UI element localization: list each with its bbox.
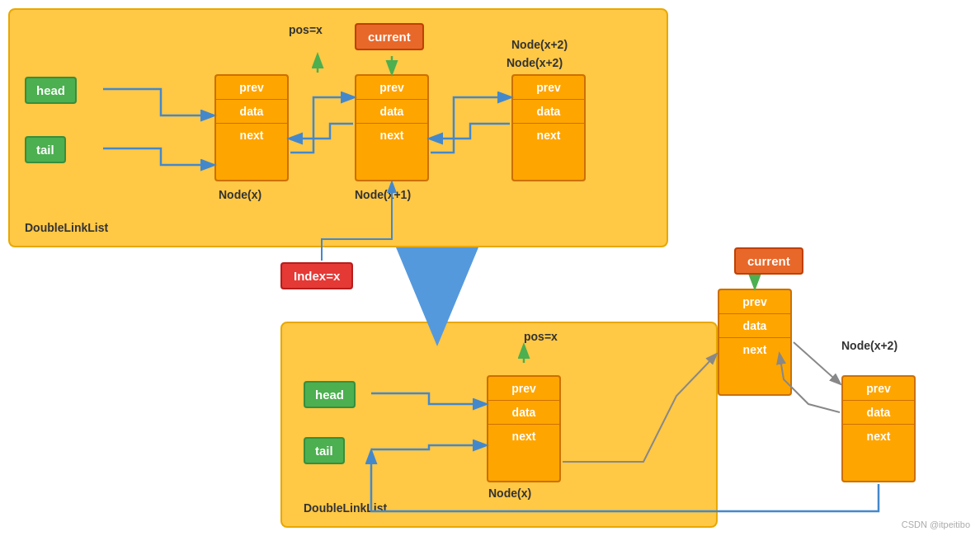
watermark: CSDN @itpeitibo — [902, 520, 970, 529]
top-tail-label: tail — [25, 136, 66, 163]
bot-node-x-data: data — [488, 401, 559, 425]
top-node-x1-prev: prev — [356, 76, 427, 100]
top-current-box: current — [355, 23, 424, 50]
bot-node-x-label: Node(x) — [488, 487, 531, 500]
bot-node-x2-label: Node(x+2) — [841, 339, 898, 352]
top-node-x-data: data — [216, 100, 287, 124]
top-node-x2: prev data next — [511, 74, 586, 181]
bot-current-node-prev: prev — [719, 290, 790, 314]
bot-node-x: prev data next — [487, 375, 561, 482]
top-pos-label: pos=x — [289, 23, 323, 36]
top-node-x1: prev data next — [355, 74, 429, 181]
bot-current-box: current — [734, 247, 803, 275]
bot-current-node-next: next — [719, 338, 790, 361]
bot-node-x2: prev data next — [841, 375, 916, 482]
bot-current-node: prev data next — [718, 289, 792, 396]
bot-pos-label: pos=x — [524, 330, 558, 343]
top-head-label: head — [25, 77, 77, 104]
diagram-container: DoubleLinkList head tail current pos=x p… — [0, 0, 980, 536]
index-box: Index=x — [280, 262, 353, 289]
bot-node-x-next: next — [488, 425, 559, 448]
bot-current-node-data: data — [719, 314, 790, 338]
bot-node-x2-prev: prev — [843, 377, 914, 401]
top-node-x2-data: data — [513, 100, 584, 124]
top-node-x2-label: Node(x+2) — [511, 38, 568, 51]
bot-node-x2-next: next — [843, 425, 914, 448]
top-node-x2-next: next — [513, 124, 584, 147]
top-node-x2-label-fix: Node(x+2) — [506, 56, 563, 69]
top-panel-label: DoubleLinkList — [25, 221, 108, 234]
top-node-x1-next: next — [356, 124, 427, 147]
top-node-x1-label: Node(x+1) — [355, 188, 411, 201]
top-node-x2-prev: prev — [513, 76, 584, 100]
top-node-x-next: next — [216, 124, 287, 147]
bot-tail-label: tail — [304, 437, 345, 464]
bot-node-x2-data: data — [843, 401, 914, 425]
bottom-panel-label: DoubleLinkList — [304, 501, 387, 515]
top-node-x-prev: prev — [216, 76, 287, 100]
top-node-x1-data: data — [356, 100, 427, 124]
bot-node-x-prev: prev — [488, 377, 559, 401]
bot-head-label: head — [304, 381, 356, 408]
top-node-x-label: Node(x) — [219, 188, 261, 201]
top-node-x: prev data next — [214, 74, 289, 181]
